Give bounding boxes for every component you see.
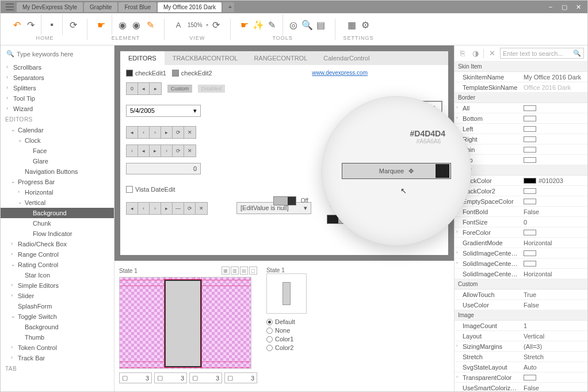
prop-row[interactable]: ›BackColor2 [455, 186, 587, 196]
gear-icon[interactable]: ⚙ [360, 19, 371, 31]
nav-item[interactable]: ›Simple Editors [1, 280, 114, 291]
nav-item[interactable]: ⌄Progress Bar [1, 177, 114, 187]
prop-row[interactable]: ›Right [455, 134, 587, 144]
prop-category[interactable]: Skin Item [455, 62, 587, 72]
prop-row[interactable]: ›Thin [455, 144, 587, 155]
prop-row[interactable]: ›TransparentColor [455, 372, 587, 383]
nav-item[interactable]: ›Token Control [1, 342, 114, 353]
nav-item[interactable]: Chunk [1, 218, 114, 229]
spin-edit[interactable]: 0◂▸ [126, 82, 162, 95]
undo-icon[interactable]: ↶ [11, 19, 22, 31]
prop-row[interactable]: ImageCount1 [455, 321, 587, 331]
close-button[interactable]: ✕ [571, 2, 585, 12]
prop-row[interactable]: TemplateSkinNameOffice 2016 Dark [455, 82, 587, 93]
prop-row[interactable]: SvgStateLayoutAuto [455, 362, 587, 372]
nav-item[interactable]: Thumb [1, 332, 114, 342]
checkedit2[interactable]: checkEdit2 [172, 70, 212, 77]
prop-search[interactable]: Enter text to search... 🔍 [500, 48, 584, 59]
nav-item[interactable]: ›Range Control [1, 249, 114, 260]
prop-row[interactable]: ›SolidImageCenterColor [455, 248, 587, 258]
nav-buttons-2[interactable]: ‹◂▸›⟳✕ [126, 144, 196, 157]
prop-row[interactable]: ›ForeColor [455, 227, 587, 238]
color-radio[interactable]: Color2 [266, 344, 347, 351]
page-icon[interactable]: ▤ [315, 19, 327, 31]
nav-item[interactable]: ›Slider [1, 291, 114, 301]
prop-row[interactable]: ›EmptySpaceColor [455, 196, 587, 207]
prop-row[interactable]: UseColorFalse [455, 300, 587, 310]
margin-input[interactable]: ▢3 [189, 372, 222, 383]
prop-category[interactable]: Image [455, 310, 587, 321]
nav-item[interactable]: Navigation Buttons [1, 166, 114, 177]
nav-item[interactable]: Background [1, 322, 114, 332]
prop-row[interactable]: ›SolidImageCenterColor2 [455, 258, 587, 269]
window-tab[interactable]: My Office 2016 Dark [158, 2, 222, 12]
nav-item[interactable]: ⌄Rating Control [1, 260, 114, 270]
target-icon[interactable]: ◎ [288, 19, 299, 31]
preview-tab[interactable]: CalendarControl [315, 51, 377, 65]
nav-buttons-3[interactable]: ◂‹›▸—⟳✕ [126, 202, 208, 215]
nav-item[interactable]: ›Horizontal [1, 187, 114, 197]
save-icon[interactable]: ▪ [46, 19, 58, 31]
window-tab[interactable]: My DevExpress Style [17, 2, 83, 12]
nav-item[interactable]: Star Icon [1, 270, 114, 280]
wand-icon[interactable]: ✨ [253, 19, 264, 31]
prop-row[interactable]: FontBoldFalse [455, 207, 587, 217]
nav-item[interactable]: ›Track Bar [1, 353, 114, 363]
nav-item[interactable]: ⌄Calendar [1, 125, 114, 135]
brush-icon[interactable]: ✎ [144, 19, 156, 31]
margin-input[interactable]: ▢3 [224, 372, 257, 383]
nav-item[interactable]: ›Tool Tip [1, 93, 114, 104]
nav-item[interactable]: Glare [1, 156, 114, 166]
color-radio[interactable]: None [266, 327, 347, 334]
margin-input[interactable]: ▢3 [119, 372, 152, 383]
window-tab[interactable]: Frost Blue [119, 2, 156, 12]
new-tab-button[interactable]: + [223, 2, 234, 12]
minimize-button[interactable]: − [544, 2, 558, 12]
prop-row[interactable]: ›Bottom [455, 113, 587, 124]
prop-row[interactable]: SkinItemNameMy Office 2016 Dark [455, 72, 587, 82]
nav-buttons-1[interactable]: ◂‹›▸⟳✕ [126, 126, 196, 139]
swatches-icon[interactable]: ▦ [346, 19, 357, 31]
nav-item[interactable]: ›Scrollbars [1, 62, 114, 73]
prop-row[interactable]: ›SizingMargins(All=3) [455, 341, 587, 352]
preview-tab[interactable]: RANGECONTROL [246, 51, 315, 65]
refresh-icon[interactable]: ⟳ [67, 19, 79, 31]
prop-row[interactable]: ›BackColor#010203 [455, 176, 587, 186]
nav-item[interactable]: ⌄Vertical [1, 197, 114, 208]
nav-item[interactable]: Flow Indicator [1, 229, 114, 239]
search-tool-icon[interactable]: 🔍 [301, 19, 313, 31]
numeric-edit[interactable]: 0 [126, 163, 201, 174]
nav-item[interactable]: ›Radio/Check Box [1, 239, 114, 249]
prop-row[interactable]: LayoutVertical [455, 331, 587, 341]
prop-row[interactable]: AllowTouchTrue [455, 290, 587, 300]
menu-icon[interactable] [3, 1, 17, 13]
font-icon[interactable]: A [173, 19, 184, 31]
nav-item[interactable]: Face [1, 146, 114, 156]
vista-dateedit[interactable]: Vista DateEdit [126, 186, 175, 193]
color-radio[interactable]: Color1 [266, 336, 347, 342]
prop-row[interactable]: ›Top [455, 155, 587, 165]
nav-item[interactable]: ›Wizard [1, 104, 114, 114]
nav-search[interactable]: 🔍 [5, 49, 109, 59]
paint2-icon[interactable]: ◉ [131, 19, 142, 31]
nav-item[interactable]: ›Separators [1, 73, 114, 83]
preview-tab[interactable]: TRACKBARCONTROL [165, 51, 246, 65]
grid-view-1[interactable]: ▦ [222, 267, 230, 275]
prop-row[interactable]: SolidImageCenterGradientMoHorizontal [455, 269, 587, 279]
nav-item[interactable]: ⌄Clock [1, 135, 114, 146]
devexpress-link[interactable]: www.devexpress.com [312, 70, 368, 76]
image-canvas[interactable] [119, 277, 251, 369]
prop-row[interactable]: StretchStretch [455, 352, 587, 362]
preview-tab[interactable]: EDITORS [120, 51, 165, 65]
grid-view-2[interactable]: ▥ [231, 267, 239, 275]
prop-category[interactable]: Custom [455, 279, 587, 290]
nav-search-input[interactable] [17, 51, 108, 58]
prop-close-icon[interactable]: ✕ [487, 49, 497, 58]
hand-icon[interactable]: ☛ [239, 19, 250, 31]
eyedropper-icon[interactable]: ✎ [266, 19, 278, 31]
margin-input[interactable]: ▢3 [154, 372, 187, 383]
date-edit[interactable]: 5/4/2005▾ [126, 105, 201, 117]
nav-item[interactable]: ⌄Toggle Switch [1, 311, 114, 322]
prop-category[interactable]: Border [455, 93, 587, 103]
checkedit1[interactable]: checkEdit1 [126, 70, 166, 77]
